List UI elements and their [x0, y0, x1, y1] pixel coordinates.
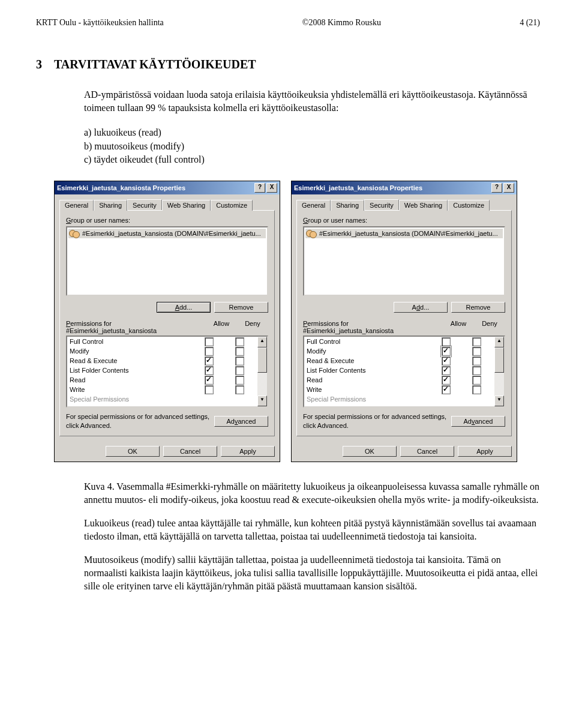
deny-checkbox[interactable] — [472, 385, 481, 394]
deny-checkbox[interactable] — [472, 356, 481, 366]
add-button[interactable]: Add... — [394, 302, 448, 313]
tab-sharing[interactable]: Sharing — [331, 200, 364, 211]
cancel-button[interactable]: Cancel — [400, 446, 454, 457]
tab-web-sharing[interactable]: Web Sharing — [399, 200, 448, 211]
allow-checkbox[interactable] — [205, 337, 214, 346]
deny-checkbox[interactable] — [472, 366, 481, 375]
perm-row-listfolder: List Folder Contents — [304, 366, 494, 375]
allow-checkbox[interactable] — [205, 347, 214, 356]
permissions-list: Full Control Modify Read & Execute List … — [66, 335, 268, 408]
apply-button[interactable]: Apply — [221, 446, 275, 457]
allow-checkbox[interactable] — [205, 356, 214, 366]
section-heading: 3TARVITTAVAT KÄYTTÖOIKEUDET — [36, 58, 540, 71]
ok-button[interactable]: OK — [106, 446, 160, 457]
group-names-label: Group or user names: — [303, 217, 505, 224]
allow-checkbox[interactable] — [442, 337, 451, 346]
dialogs-row: Esimerkki_jaetusta_kansiosta Properties … — [54, 181, 540, 462]
group-name: #Esimerkki_jaetusta_kansiosta (DOMAIN\#E… — [319, 230, 498, 237]
close-button[interactable]: X — [266, 183, 277, 193]
deny-header: Deny — [237, 320, 268, 334]
window-title: Esimerkki_jaetusta_kansiosta Properties — [294, 184, 422, 191]
scrollbar[interactable]: ▲ ▼ — [494, 337, 504, 406]
perm-row-listfolder: List Folder Contents — [67, 366, 257, 375]
allow-checkbox[interactable] — [442, 347, 451, 356]
perm-row-modify: Modify — [304, 346, 494, 356]
deny-checkbox[interactable] — [235, 347, 244, 356]
advanced-button[interactable]: Advanced — [451, 416, 505, 427]
allow-checkbox[interactable] — [205, 366, 214, 375]
cancel-button[interactable]: Cancel — [163, 446, 217, 457]
help-button[interactable]: ? — [491, 183, 502, 193]
figure-caption: Kuva 4. Vasemmalla #Esimerkki-ryhmälle o… — [84, 480, 540, 506]
scroll-thumb[interactable] — [494, 347, 504, 373]
deny-checkbox[interactable] — [235, 376, 244, 385]
body-paragraph: Lukuoikeus (read) tulee antaa käyttäjäll… — [84, 517, 540, 543]
properties-dialog-left: Esimerkki_jaetusta_kansiosta Properties … — [54, 181, 280, 462]
tab-sharing[interactable]: Sharing — [94, 200, 127, 211]
allow-checkbox[interactable] — [442, 366, 451, 375]
dialog-footer: OK Cancel Apply — [292, 441, 517, 462]
allow-checkbox[interactable] — [442, 376, 451, 385]
list-item[interactable]: #Esimerkki_jaetusta_kansiosta (DOMAIN\#E… — [68, 229, 266, 238]
deny-checkbox[interactable] — [235, 366, 244, 375]
deny-checkbox[interactable] — [472, 376, 481, 385]
header-left: KRTT Oulu - käyttöikeuksien hallinta — [36, 18, 164, 28]
tab-customize[interactable]: Customize — [211, 200, 253, 211]
header-right: 4 (21) — [520, 18, 540, 28]
group-icon — [306, 229, 317, 238]
deny-checkbox[interactable] — [472, 337, 481, 346]
add-button[interactable]: Add... — [157, 302, 211, 313]
titlebar[interactable]: Esimerkki_jaetusta_kansiosta Properties … — [55, 181, 280, 194]
group-listbox[interactable]: #Esimerkki_jaetusta_kansiosta (DOMAIN\#E… — [66, 226, 268, 296]
advanced-button[interactable]: Advanced — [214, 416, 268, 427]
close-button[interactable]: X — [503, 183, 514, 193]
intro-paragraph: AD-ympäristössä voidaan luoda satoja eri… — [84, 88, 540, 114]
scrollbar[interactable]: ▲ ▼ — [257, 337, 267, 406]
perm-row-readexec: Read & Execute — [304, 356, 494, 366]
titlebar[interactable]: Esimerkki_jaetusta_kansiosta Properties … — [292, 181, 517, 194]
permission-level-list: a) lukuoikeus (read) b) muutosoikeus (mo… — [84, 126, 540, 166]
allow-checkbox[interactable] — [205, 376, 214, 385]
allow-checkbox[interactable] — [442, 356, 451, 366]
section-number: 3 — [36, 58, 42, 71]
scroll-up-button[interactable]: ▲ — [257, 337, 267, 347]
group-listbox[interactable]: #Esimerkki_jaetusta_kansiosta (DOMAIN\#E… — [303, 226, 505, 296]
help-button[interactable]: ? — [254, 183, 265, 193]
apply-button[interactable]: Apply — [458, 446, 512, 457]
remove-button[interactable]: Remove — [451, 302, 505, 313]
scroll-up-button[interactable]: ▲ — [494, 337, 504, 347]
remove-button[interactable]: Remove — [214, 302, 268, 313]
caption-block: Kuva 4. Vasemmalla #Esimerkki-ryhmälle o… — [84, 480, 540, 592]
ok-button[interactable]: OK — [343, 446, 397, 457]
deny-header: Deny — [474, 320, 505, 334]
tab-panel: Group or user names: #Esimerkki_jaetusta… — [296, 210, 512, 436]
perm-row-readexec: Read & Execute — [67, 356, 257, 366]
tab-security[interactable]: Security — [364, 199, 399, 210]
tab-security[interactable]: Security — [127, 199, 162, 210]
allow-checkbox[interactable] — [205, 385, 214, 394]
deny-checkbox[interactable] — [235, 356, 244, 366]
group-name: #Esimerkki_jaetusta_kansiosta (DOMAIN\#E… — [82, 230, 261, 237]
deny-checkbox[interactable] — [472, 347, 481, 356]
tab-general[interactable]: General — [59, 200, 94, 211]
allow-checkbox[interactable] — [442, 385, 451, 394]
scroll-thumb[interactable] — [257, 347, 267, 373]
window-title: Esimerkki_jaetusta_kansiosta Properties — [57, 184, 185, 191]
scroll-down-button[interactable]: ▼ — [257, 396, 267, 406]
perm-row-full: Full Control — [304, 337, 494, 346]
permissions-list: Full Control Modify Read & Execute List … — [303, 335, 505, 408]
permissions-header: Permissions for #Esimerkki_jaetusta_kans… — [303, 320, 505, 334]
properties-dialog-right: Esimerkki_jaetusta_kansiosta Properties … — [291, 181, 517, 462]
list-item[interactable]: #Esimerkki_jaetusta_kansiosta (DOMAIN\#E… — [305, 229, 503, 238]
group-icon — [69, 229, 80, 238]
list-item: c) täydet oikeudet (full control) — [84, 153, 540, 166]
deny-checkbox[interactable] — [235, 385, 244, 394]
deny-checkbox[interactable] — [235, 337, 244, 346]
perm-row-full: Full Control — [67, 337, 257, 346]
perm-row-write: Write — [67, 385, 257, 394]
tab-customize[interactable]: Customize — [448, 200, 490, 211]
scroll-down-button[interactable]: ▼ — [494, 396, 504, 406]
dialog-footer: OK Cancel Apply — [55, 441, 280, 462]
tab-web-sharing[interactable]: Web Sharing — [162, 200, 211, 211]
tab-general[interactable]: General — [296, 200, 331, 211]
